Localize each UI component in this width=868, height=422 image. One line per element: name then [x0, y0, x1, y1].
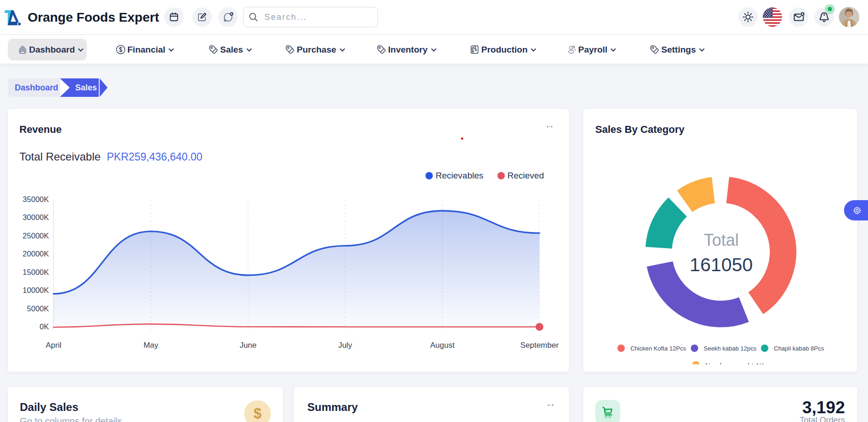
svg-text:Namkeen gosht 1Kg: Namkeen gosht 1Kg [705, 362, 768, 364]
svg-text:10000K: 10000K [23, 286, 49, 294]
svg-text:161050: 161050 [690, 254, 753, 275]
svg-text:25000K: 25000K [23, 232, 49, 240]
svg-text:5000K: 5000K [27, 304, 49, 313]
svg-text:September: September [520, 341, 558, 350]
svg-text:July: July [338, 341, 353, 350]
svg-text:June: June [239, 341, 257, 350]
svg-text:15000K: 15000K [23, 268, 49, 276]
svg-text:April: April [46, 341, 61, 350]
svg-text:Chapli kabab 8Pcs: Chapli kabab 8Pcs [774, 345, 824, 352]
svg-text:20000K: 20000K [23, 250, 49, 258]
svg-text:35000K: 35000K [23, 195, 49, 203]
svg-text:August: August [430, 341, 455, 350]
svg-text:May: May [144, 341, 159, 350]
svg-text:Chicken Kofta 12Pcs: Chicken Kofta 12Pcs [630, 345, 686, 352]
svg-text:Seekh kabab 12pcs: Seekh kabab 12pcs [704, 345, 757, 352]
svg-text:Total: Total [704, 231, 739, 250]
svg-text:30000K: 30000K [23, 213, 49, 221]
svg-text:0K: 0K [40, 322, 49, 331]
